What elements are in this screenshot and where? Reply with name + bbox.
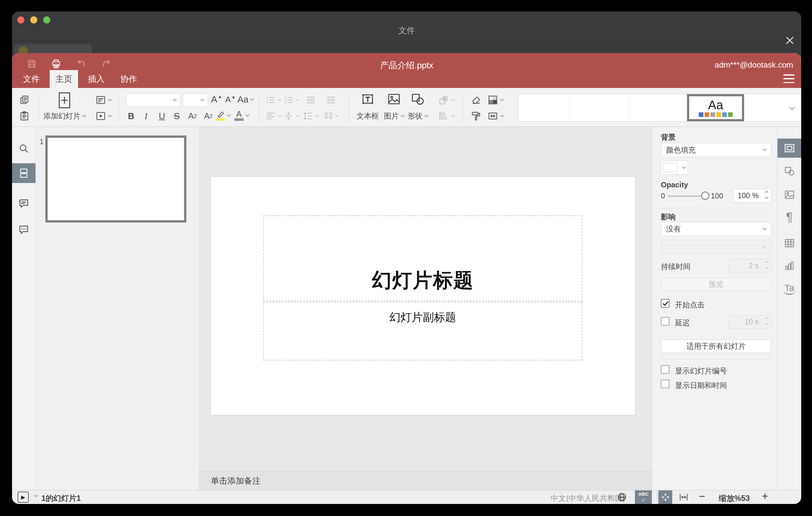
bold-button[interactable]: B	[128, 111, 135, 121]
chevron-down-icon	[227, 113, 231, 117]
close-dialog-button[interactable]	[784, 34, 796, 47]
delay-checkbox[interactable]	[661, 317, 669, 325]
slide[interactable]: 幻灯片标题 幻灯片副标题	[210, 176, 636, 415]
bullets-button[interactable]	[266, 95, 281, 105]
duration-spinner[interactable]: 2 s	[728, 259, 771, 273]
minimize-traffic-light-icon[interactable]	[30, 16, 37, 24]
chevron-down-icon[interactable]	[34, 493, 38, 497]
copy-style-button[interactable]	[471, 111, 481, 121]
slide-settings-tab[interactable]	[778, 139, 801, 158]
copy-button[interactable]	[19, 95, 30, 105]
font-color-button[interactable]: A	[234, 110, 249, 121]
textart-settings-tab[interactable]: Ta	[778, 279, 801, 298]
effect-select[interactable]: 没有	[661, 222, 771, 236]
show-date-time-checkbox[interactable]	[661, 380, 669, 388]
theme-gallery-expand-button[interactable]	[783, 94, 801, 121]
align-left-icon	[266, 111, 276, 121]
menu-button[interactable]	[783, 75, 794, 83]
opacity-spinner[interactable]: 100 %	[733, 189, 771, 202]
theme-option[interactable]	[519, 94, 570, 121]
decrease-font-button[interactable]: A▼	[225, 95, 235, 104]
insert-image-button[interactable]	[387, 92, 401, 106]
insert-shape-label[interactable]: 形状	[408, 111, 428, 121]
set-language-button[interactable]	[615, 490, 629, 504]
superscript-button[interactable]: A2	[188, 111, 197, 121]
shape-settings-tab[interactable]	[778, 162, 801, 180]
apply-to-all-slides-button[interactable]: 适用于所有幻灯片	[661, 340, 771, 353]
theme-option[interactable]	[744, 94, 783, 121]
numbering-button[interactable]	[284, 95, 299, 105]
tab-insert[interactable]: 插入	[82, 70, 111, 88]
vertical-align-button[interactable]	[284, 111, 299, 121]
decrease-indent-button[interactable]	[306, 95, 316, 105]
show-slide-number-checkbox[interactable]	[661, 365, 669, 374]
underline-button[interactable]: U	[159, 111, 165, 121]
tab-collaboration[interactable]: 协作	[114, 70, 143, 88]
theme-option[interactable]	[629, 94, 687, 121]
image-settings-tab[interactable]	[778, 185, 801, 204]
align-shape-button[interactable]	[439, 111, 455, 121]
highlight-color-button[interactable]	[216, 110, 230, 121]
strikethrough-button[interactable]: S	[174, 111, 179, 121]
slides-panel-button[interactable]	[12, 163, 35, 183]
insert-textbox-button[interactable]	[361, 92, 375, 106]
insert-textbox-label[interactable]: 文本框	[357, 111, 379, 121]
opacity-slider[interactable]	[668, 195, 705, 197]
title-placeholder[interactable]: 幻灯片标题	[263, 216, 582, 301]
right-settings-strip: ¶ Ta	[777, 127, 801, 490]
line-spacing-button[interactable]	[303, 111, 318, 121]
insert-image-label[interactable]: 图片	[384, 111, 404, 121]
tab-home[interactable]: 主页	[50, 70, 78, 88]
notes-placeholder: 单击添加备注	[211, 475, 261, 486]
fit-to-width-button[interactable]	[676, 490, 691, 504]
add-slide-label[interactable]: 添加幻灯片	[44, 111, 86, 121]
background-fill-select[interactable]: 颜色填充	[661, 143, 771, 157]
opacity-slider-handle[interactable]	[701, 192, 709, 200]
zoom-in-button[interactable]: +	[758, 490, 772, 504]
theme-option[interactable]	[570, 94, 629, 121]
start-slideshow-status-button[interactable]: ▶	[18, 492, 29, 503]
maximize-traffic-light-icon[interactable]	[43, 16, 50, 24]
subscript-button[interactable]: A2	[204, 111, 212, 121]
increase-indent-button[interactable]	[326, 95, 336, 105]
slide-size-button[interactable]	[488, 111, 503, 121]
fit-to-slide-toggle[interactable]	[658, 490, 672, 504]
theme-option-selected[interactable]: Aa	[687, 94, 744, 121]
slide-thumbnail[interactable]	[45, 136, 186, 223]
italic-button[interactable]: I	[144, 111, 147, 121]
preview-button[interactable]: 预览	[661, 278, 771, 291]
zoom-out-button[interactable]: −	[695, 490, 709, 504]
language-label[interactable]: 中文(中华人民共和国)	[551, 493, 625, 503]
background-color-swatch[interactable]	[661, 161, 688, 175]
horizontal-align-button[interactable]	[266, 111, 281, 121]
arrange-shape-button[interactable]	[439, 95, 455, 105]
increase-font-button[interactable]: A▲	[211, 94, 222, 105]
search-button[interactable]	[12, 139, 35, 158]
start-on-click-checkbox[interactable]	[661, 299, 669, 308]
delay-spinner[interactable]: 10 s	[728, 315, 771, 329]
notes-area[interactable]: 单击添加备注	[199, 471, 652, 490]
spellcheck-toggle[interactable]: ABC✓	[635, 490, 652, 504]
chat-button[interactable]	[12, 220, 35, 239]
spinner-arrows-icon	[765, 318, 768, 325]
start-slideshow-button[interactable]	[96, 111, 111, 121]
spinner-arrows-icon[interactable]	[765, 191, 768, 198]
add-slide-button[interactable]	[56, 91, 74, 109]
chart-settings-tab[interactable]	[778, 256, 801, 275]
paste-button[interactable]	[19, 111, 30, 121]
subtitle-placeholder[interactable]: 幻灯片副标题	[263, 302, 582, 361]
insert-shape-button[interactable]	[411, 92, 425, 106]
paragraph-settings-tab[interactable]: ¶	[778, 207, 801, 227]
columns-button[interactable]	[324, 111, 339, 121]
close-traffic-light-icon[interactable]	[17, 16, 24, 24]
font-size-combo[interactable]	[183, 93, 208, 107]
effect-type-select[interactable]	[661, 240, 771, 254]
tab-file[interactable]: 文件	[17, 70, 46, 88]
color-scheme-button[interactable]	[488, 95, 503, 105]
table-settings-tab[interactable]	[778, 234, 801, 253]
change-case-button[interactable]: Aa	[237, 94, 254, 105]
slide-layout-button[interactable]	[96, 95, 111, 105]
font-name-combo[interactable]	[126, 93, 180, 107]
comments-button[interactable]	[12, 194, 35, 213]
clear-style-button[interactable]	[471, 95, 481, 105]
